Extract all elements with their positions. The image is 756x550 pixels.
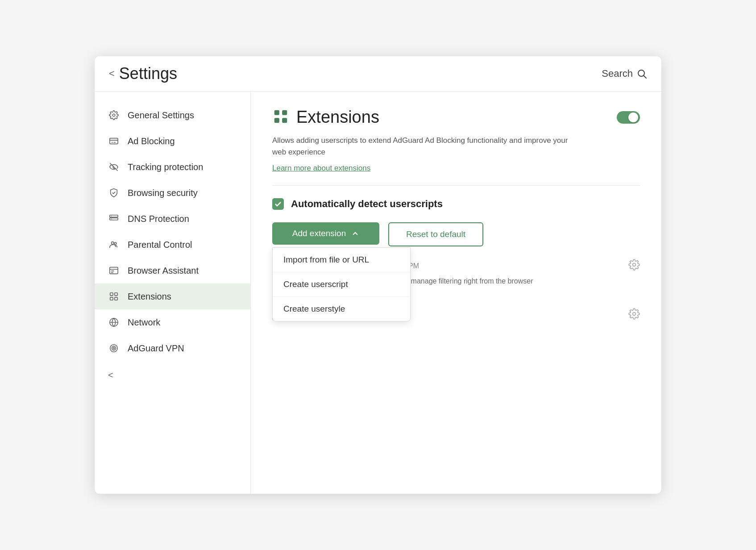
svg-line-1 — [644, 76, 647, 79]
sidebar-item-label: Network — [128, 317, 160, 328]
section-title: Extensions — [296, 108, 379, 127]
checkmark-icon — [274, 200, 282, 208]
chevron-up-icon — [351, 229, 359, 238]
extensions-toggle[interactable] — [617, 111, 640, 124]
ad-block-icon — [108, 135, 120, 147]
sidebar-item-label: Extensions — [128, 292, 171, 302]
sidebar-item-label: Browsing security — [128, 188, 198, 198]
sidebar-item-tracking[interactable]: Tracking protection — [95, 154, 250, 180]
svg-point-32 — [633, 312, 636, 316]
page-title: Settings — [119, 64, 177, 83]
divider — [272, 185, 640, 186]
svg-rect-29 — [274, 118, 279, 123]
sidebar: General Settings Ad Blocking — [95, 92, 251, 494]
svg-rect-19 — [115, 293, 117, 296]
svg-rect-30 — [282, 118, 287, 123]
sidebar-item-label: Browser Assistant — [128, 266, 199, 276]
sidebar-collapse-button[interactable]: < — [108, 370, 113, 380]
add-extension-label: Add extension — [292, 229, 346, 238]
app-container: < Settings Search General Settin — [95, 56, 661, 494]
svg-point-13 — [114, 242, 116, 245]
network-icon — [108, 317, 120, 328]
main-content: Extensions Allows adding userscripts to … — [251, 92, 661, 494]
auto-detect-label: Automatically detect userscripts — [291, 198, 443, 210]
svg-rect-9 — [110, 218, 118, 220]
sidebar-item-label: General Settings — [128, 110, 194, 121]
sidebar-item-label: Ad Blocking — [128, 136, 175, 146]
extensions-icon — [108, 291, 120, 302]
add-extension-button[interactable]: Add extension — [272, 222, 379, 245]
extension-settings-icon[interactable] — [628, 259, 640, 272]
header: < Settings Search — [95, 56, 661, 92]
reset-to-default-button[interactable]: Reset to default — [388, 222, 483, 246]
sidebar-item-label: AdGuard VPN — [128, 343, 184, 354]
back-button[interactable]: < — [109, 69, 115, 79]
dropdown-item-create-userstyle[interactable]: Create userstyle — [273, 297, 410, 321]
section-title-row: Extensions — [272, 108, 379, 127]
shield-icon — [108, 187, 120, 199]
sidebar-item-vpn[interactable]: AdGuard VPN — [95, 335, 250, 361]
buttons-row: Add extension Import from file or URL Cr… — [272, 222, 640, 246]
sidebar-item-parental[interactable]: Parental Control — [95, 232, 250, 258]
sidebar-item-network[interactable]: Network — [95, 309, 250, 335]
sidebar-item-label: Tracking protection — [128, 162, 203, 172]
dropdown-item-create-userscript[interactable]: Create userscript — [273, 272, 410, 297]
svg-point-12 — [112, 242, 114, 245]
sidebar-item-dns[interactable]: DNS Protection — [95, 206, 250, 232]
add-extension-dropdown: Import from file or URL Create userscrip… — [272, 247, 411, 321]
learn-more-link[interactable]: Learn more about extensions — [272, 164, 370, 172]
add-extension-container: Add extension Import from file or URL Cr… — [272, 222, 379, 245]
dropdown-item-import[interactable]: Import from file or URL — [273, 248, 410, 272]
svg-point-25 — [112, 346, 116, 350]
svg-point-26 — [113, 347, 115, 349]
section-description: Allows adding userscripts to extend AdGu… — [272, 135, 576, 158]
svg-rect-21 — [115, 297, 117, 300]
sidebar-item-browsing-security[interactable]: Browsing security — [95, 180, 250, 206]
auto-detect-checkbox[interactable] — [272, 198, 284, 210]
extension-settings-icon-extra[interactable] — [628, 308, 640, 321]
svg-point-2 — [112, 114, 115, 117]
vpn-icon — [108, 342, 120, 354]
toggle-track — [617, 111, 640, 124]
parental-icon — [108, 239, 120, 250]
sidebar-item-ad-blocking[interactable]: Ad Blocking — [95, 128, 250, 154]
svg-rect-8 — [110, 215, 118, 217]
sidebar-item-browser-assistant[interactable]: Browser Assistant — [95, 258, 250, 283]
svg-rect-28 — [282, 110, 287, 115]
sidebar-item-label: Parental Control — [128, 240, 192, 250]
auto-detect-row: Automatically detect userscripts — [272, 198, 640, 210]
svg-rect-27 — [274, 110, 279, 115]
sidebar-item-label: DNS Protection — [128, 214, 189, 224]
svg-point-31 — [633, 263, 636, 267]
svg-point-24 — [110, 345, 118, 352]
sidebar-bottom: < — [95, 361, 250, 385]
search-button[interactable]: Search — [602, 68, 647, 79]
search-icon — [636, 68, 647, 79]
browser-icon — [108, 265, 120, 276]
svg-rect-3 — [110, 138, 118, 144]
gear-icon — [108, 109, 120, 121]
section-header: Extensions — [272, 108, 640, 127]
header-left: < Settings — [109, 64, 177, 83]
sidebar-item-extensions[interactable]: Extensions — [95, 283, 250, 309]
svg-rect-18 — [110, 293, 113, 296]
search-label: Search — [602, 68, 633, 79]
sidebar-item-general[interactable]: General Settings — [95, 102, 250, 128]
toggle-thumb — [628, 112, 638, 122]
dns-icon — [108, 213, 120, 225]
svg-rect-20 — [110, 297, 113, 300]
tracking-icon — [108, 161, 120, 173]
svg-rect-14 — [110, 267, 118, 274]
extensions-section-icon — [272, 108, 289, 127]
body: General Settings Ad Blocking — [95, 92, 661, 494]
